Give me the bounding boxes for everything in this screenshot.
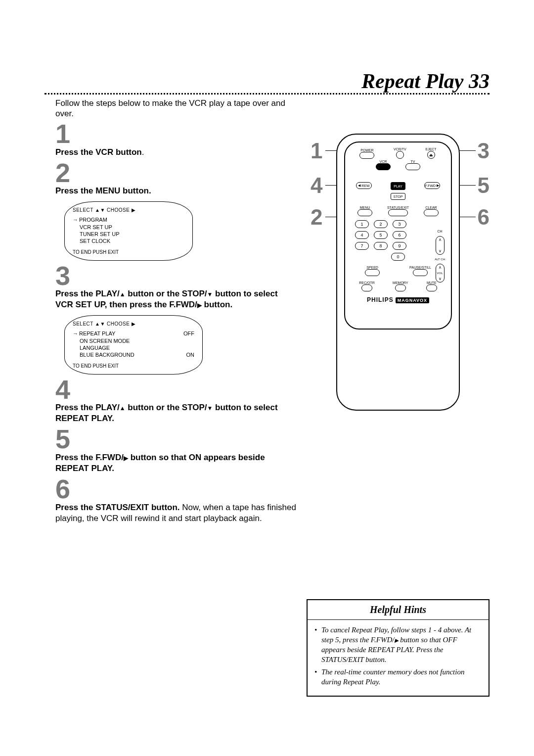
s6-bold: Press the STATUS/EXIT button. bbox=[55, 503, 180, 512]
vcr-button[interactable] bbox=[376, 163, 391, 170]
num-9-button[interactable]: 9 bbox=[393, 242, 406, 250]
brand-philips: PHILIPS bbox=[367, 296, 394, 303]
hints-title: Helpful Hints bbox=[308, 600, 489, 620]
up-icon: ∧ bbox=[439, 265, 442, 270]
step-5-text: Press the F.FWD/ button so that ON appea… bbox=[55, 452, 322, 474]
num-6-button[interactable]: 6 bbox=[393, 231, 406, 239]
channel-rocker[interactable]: ∧∨ bbox=[436, 236, 445, 255]
down-triangle-icon bbox=[207, 403, 213, 412]
pause-label: PAUSE/STILL bbox=[409, 266, 431, 269]
status-exit-button[interactable] bbox=[388, 209, 408, 216]
step-6-text: Press the STATUS/EXIT button. Now, when … bbox=[55, 502, 322, 524]
osd2-r0-l: REPEAT PLAY bbox=[73, 330, 115, 337]
s4-c: button to select bbox=[213, 403, 277, 412]
play-button[interactable]: PLAY bbox=[391, 182, 405, 190]
s3-c: button to select bbox=[213, 289, 277, 298]
remote-body: POWER VCR/TV EJECT⏏ VCR TV PLAY REW F.FW… bbox=[336, 134, 460, 411]
num-3-button[interactable]: 3 bbox=[393, 220, 406, 228]
num-1-button[interactable]: 1 bbox=[355, 220, 369, 228]
osd2-r2-l: LANGUAGE bbox=[80, 344, 110, 351]
num-2-button[interactable]: 2 bbox=[374, 220, 388, 228]
s4-b: button or the STOP/ bbox=[126, 403, 207, 412]
rec-button[interactable] bbox=[361, 284, 372, 291]
up-triangle-icon bbox=[120, 289, 126, 298]
callout-6: 6 bbox=[478, 205, 490, 230]
up-triangle-icon bbox=[120, 403, 126, 412]
side-rockers: CH ∧∨ ALT CH ∧VOL∨ bbox=[435, 230, 445, 283]
step-2-number: 2 bbox=[55, 161, 322, 185]
s5-a: Press the F.FWD/ bbox=[55, 453, 124, 462]
callout-5: 5 bbox=[478, 173, 490, 198]
vcrtv-label: VCR/TV bbox=[394, 147, 406, 151]
eject-icon: ⏏ bbox=[429, 153, 433, 157]
num-7-button[interactable]: 7 bbox=[355, 242, 369, 250]
s3-b: button or the STOP/ bbox=[126, 289, 207, 298]
step-2-bold: Press the MENU button. bbox=[55, 186, 151, 195]
osd1-item-2: TUNER SET UP bbox=[80, 231, 184, 237]
callout-3: 3 bbox=[478, 139, 490, 163]
page-title: Repeat Play 33 bbox=[361, 69, 490, 93]
memory-button[interactable] bbox=[395, 284, 406, 291]
osd1-item-1: VCR SET UP bbox=[80, 224, 184, 231]
num-0-button[interactable]: 0 bbox=[391, 253, 405, 261]
step-1-bold: Press the VCR button bbox=[55, 147, 142, 157]
ch-label: CH bbox=[438, 230, 443, 233]
mute-button[interactable] bbox=[426, 284, 437, 291]
speed-button[interactable] bbox=[365, 269, 380, 276]
osd1-item-3: SET CLOCK bbox=[80, 237, 184, 244]
down-icon: ∨ bbox=[439, 249, 442, 253]
clear-button[interactable] bbox=[424, 209, 439, 216]
num-8-button[interactable]: 8 bbox=[374, 242, 388, 250]
header-divider bbox=[44, 93, 490, 94]
down-triangle-icon bbox=[207, 289, 213, 298]
power-button[interactable] bbox=[359, 152, 374, 159]
ffwd-label: F.FWD bbox=[425, 184, 436, 188]
s3-a: Press the PLAY/ bbox=[55, 289, 120, 298]
osd2-r1-l: ON SCREEN MODE bbox=[80, 337, 130, 344]
helpful-hints-box: Helpful Hints To cancel Repeat Play, fol… bbox=[307, 599, 490, 697]
power-label: POWER bbox=[360, 148, 373, 152]
recotr-label: REC/OTR bbox=[359, 281, 375, 284]
hints-body: To cancel Repeat Play, follow steps 1 - … bbox=[308, 620, 489, 696]
eject-button[interactable]: ⏏ bbox=[427, 151, 435, 159]
osd-menu-1: SELECT ▲▼ CHOOSE ▶ PROGRAM VCR SET UP TU… bbox=[64, 201, 193, 260]
pause-button[interactable] bbox=[413, 269, 428, 276]
vol-label: VOL bbox=[437, 272, 443, 275]
osd2-header: SELECT ▲▼ CHOOSE ▶ bbox=[73, 321, 194, 327]
intro-text: Follow the steps below to make the VCR p… bbox=[55, 98, 303, 119]
page-number: 33 bbox=[469, 70, 490, 93]
s3-d: VCR SET UP, then press the F.FWD/ bbox=[55, 300, 197, 309]
step-3-text: Press the PLAY/ button or the STOP/ butt… bbox=[55, 288, 322, 310]
eject-label: EJECT bbox=[425, 147, 436, 151]
remote-panel: POWER VCR/TV EJECT⏏ VCR TV PLAY REW F.FW… bbox=[344, 142, 452, 330]
num-4-button[interactable]: 4 bbox=[355, 231, 369, 239]
right-triangle-icon bbox=[197, 300, 202, 309]
s5-b: button so that ON appears beside bbox=[128, 453, 265, 462]
step-5-number: 5 bbox=[55, 427, 322, 451]
step-3-number: 3 bbox=[55, 264, 322, 288]
osd2-footer: TO END PUSH EXIT bbox=[73, 363, 194, 369]
rew-button[interactable]: REW bbox=[356, 182, 372, 189]
play-label: PLAY bbox=[394, 185, 402, 188]
osd2-r3-v: ON bbox=[186, 351, 195, 358]
altch-label: ALT CH bbox=[435, 258, 445, 261]
steps-column: 1 Press the VCR button. 2 Press the MENU… bbox=[55, 119, 322, 524]
brand-magnavox: MAGNAVOX bbox=[396, 297, 429, 303]
num-5-button[interactable]: 5 bbox=[374, 231, 388, 239]
menu-button[interactable] bbox=[357, 209, 372, 216]
vcrtv-button[interactable] bbox=[396, 151, 404, 159]
ffwd-button[interactable]: F.FWD bbox=[424, 182, 440, 189]
callout-2: 2 bbox=[311, 205, 322, 230]
right-triangle-icon bbox=[124, 453, 128, 462]
clear-label: CLEAR bbox=[425, 206, 437, 209]
rew-label: REW bbox=[361, 184, 369, 188]
status-label: STATUS/EXIT bbox=[387, 206, 409, 209]
memory-label: MEMORY bbox=[393, 281, 408, 284]
stop-button[interactable]: STOP bbox=[391, 193, 405, 200]
step-1-number: 1 bbox=[55, 122, 322, 146]
volume-rocker[interactable]: ∧VOL∨ bbox=[436, 264, 445, 283]
number-pad: 1 2 3 4 5 6 7 8 9 bbox=[355, 220, 446, 250]
tv-button[interactable] bbox=[405, 163, 420, 170]
s5-c: REPEAT PLAY. bbox=[55, 464, 114, 473]
step-6-number: 6 bbox=[55, 477, 322, 501]
